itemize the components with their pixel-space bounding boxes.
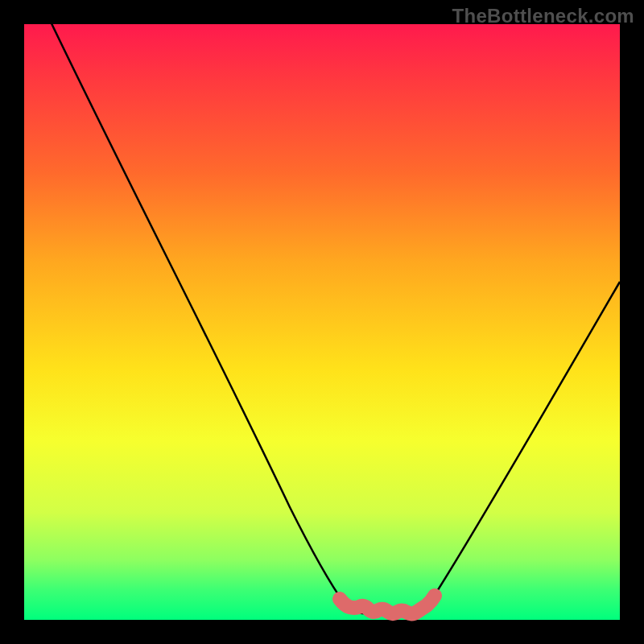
watermark: TheBottleneck.com <box>452 5 634 27</box>
curve-layer <box>24 24 620 620</box>
bottleneck-curve <box>40 0 620 613</box>
plot-area <box>24 24 620 620</box>
chart-stage: TheBottleneck.com <box>0 0 644 644</box>
optimal-band <box>340 596 435 613</box>
